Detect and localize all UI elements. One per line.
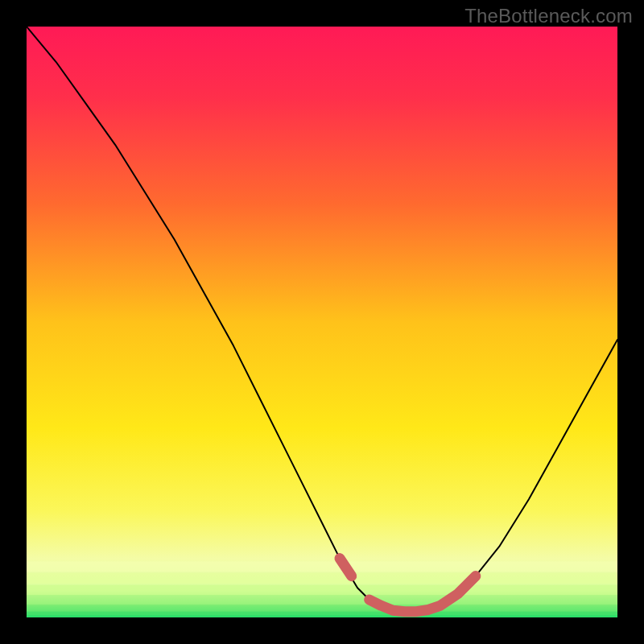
gradient-band: [27, 612, 617, 617]
chart-plot-area: [27, 27, 617, 617]
gradient-band: [27, 561, 617, 572]
watermark-text: TheBottleneck.com: [464, 5, 633, 27]
gradient-band: [27, 585, 617, 596]
gradient-band: [27, 573, 617, 584]
gradient-band: [27, 595, 617, 605]
bottleneck-curve-chart: [27, 27, 617, 617]
gradient-background: [27, 27, 617, 617]
